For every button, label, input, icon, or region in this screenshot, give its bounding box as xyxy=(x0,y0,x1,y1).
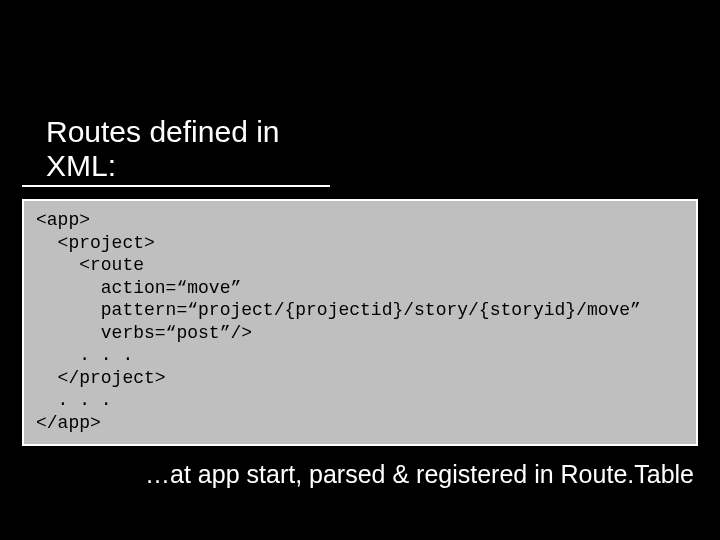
code-line-9: . . . xyxy=(36,389,684,412)
code-line-2: <project> xyxy=(36,232,684,255)
slide-heading: Routes defined in XML: xyxy=(22,0,330,187)
code-line-1: <app> xyxy=(36,209,684,232)
code-block: <app> <project> <route action=“move” pat… xyxy=(22,199,698,446)
code-line-5: pattern=“project/{projectid}/story/{stor… xyxy=(36,299,684,322)
code-line-6: verbs=“post”/> xyxy=(36,322,684,345)
slide-footer: …at app start, parsed & registered in Ro… xyxy=(0,446,720,489)
code-line-7: . . . xyxy=(36,344,684,367)
slide: Routes defined in XML: <app> <project> <… xyxy=(0,0,720,540)
code-line-10: </app> xyxy=(36,412,684,435)
code-line-8: </project> xyxy=(36,367,684,390)
code-line-4: action=“move” xyxy=(36,277,684,300)
code-line-3: <route xyxy=(36,254,684,277)
